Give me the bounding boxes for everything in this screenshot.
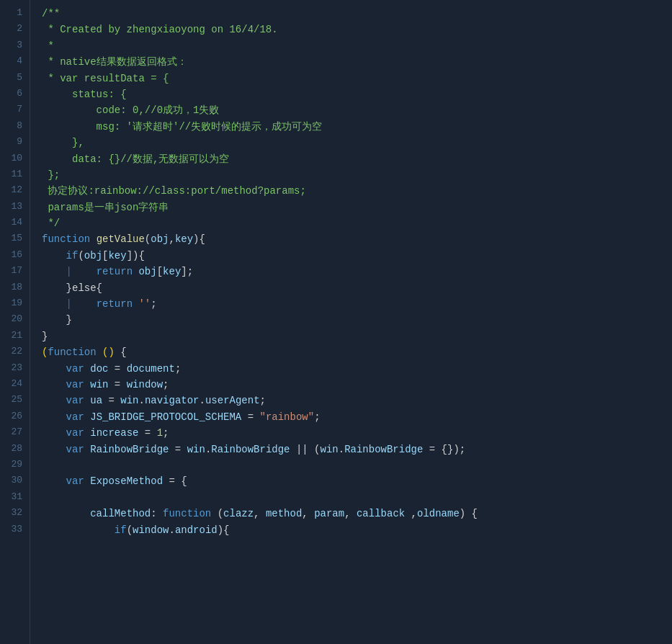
line-num-10: 10 (0, 151, 30, 167)
line-num-12: 12 (0, 183, 30, 199)
line-num-13: 13 (0, 200, 30, 215)
code-line-28: var RainbowBridge = win.RainbowBridge ||… (42, 442, 672, 457)
code-editor: 1 2 3 4 5 6 7 8 9 10 11 12 13 14 15 16 1… (0, 0, 672, 644)
code-line-20: } (42, 312, 672, 328)
line-num-11: 11 (0, 167, 30, 183)
code-line-24: var win = window; (42, 377, 672, 393)
line-num-20: 20 (0, 312, 30, 328)
code-line-19: | return ''; (42, 296, 672, 312)
code-line-29 (42, 457, 672, 473)
code-line-3: * (42, 38, 672, 54)
line-num-29: 29 (0, 457, 30, 473)
line-num-28: 28 (0, 442, 30, 457)
line-num-26: 26 (0, 409, 30, 425)
code-line-21: } (42, 328, 672, 344)
code-line-16: if(obj[key]){ (42, 248, 672, 264)
line-num-30: 30 (0, 473, 30, 489)
line-num-17: 17 (0, 264, 30, 279)
code-line-18: }else{ (42, 280, 672, 296)
code-line-30: var ExposeMethod = { (42, 473, 672, 489)
line-num-25: 25 (0, 393, 30, 408)
line-num-6: 6 (0, 86, 30, 102)
code-line-14: */ (42, 215, 672, 231)
code-line-32: callMethod: function (clazz, method, par… (42, 506, 672, 522)
line-num-3: 3 (0, 38, 30, 54)
line-num-21: 21 (0, 328, 30, 344)
line-num-8: 8 (0, 119, 30, 135)
line-num-1: 1 (0, 6, 30, 22)
code-content: /** * Created by zhengxiaoyong on 16/4/1… (30, 0, 672, 644)
line-num-15: 15 (0, 231, 30, 247)
line-num-14: 14 (0, 215, 30, 231)
line-num-24: 24 (0, 377, 30, 393)
code-line-4: * native结果数据返回格式： (42, 54, 672, 70)
line-num-4: 4 (0, 54, 30, 70)
code-line-23: var doc = document; (42, 361, 672, 377)
code-line-26: var JS_BRIDGE_PROTOCOL_SCHEMA = "rainbow… (42, 409, 672, 425)
code-line-15: function getValue(obj,key){ (42, 231, 672, 247)
code-line-10: data: {}//数据,无数据可以为空 (42, 151, 672, 167)
line-numbers: 1 2 3 4 5 6 7 8 9 10 11 12 13 14 15 16 1… (0, 0, 30, 644)
code-line-9: }, (42, 135, 672, 151)
code-line-22: (function () { (42, 344, 672, 360)
code-line-27: var increase = 1; (42, 425, 672, 441)
line-num-2: 2 (0, 22, 30, 37)
line-num-18: 18 (0, 280, 30, 296)
code-line-12: 协定协议:rainbow://class:port/method?params; (42, 183, 672, 199)
line-num-22: 22 (0, 344, 30, 360)
line-num-23: 23 (0, 361, 30, 377)
line-num-9: 9 (0, 135, 30, 151)
code-line-25: var ua = win.navigator.userAgent; (42, 393, 672, 408)
code-line-7: code: 0,//0成功，1失败 (42, 102, 672, 118)
code-line-31 (42, 490, 672, 506)
line-num-33: 33 (0, 522, 30, 538)
line-num-7: 7 (0, 102, 30, 118)
code-line-6: status: { (42, 86, 672, 102)
line-num-31: 31 (0, 490, 30, 506)
code-line-11: }; (42, 167, 672, 183)
code-line-17: | return obj[key]; (42, 264, 672, 279)
line-num-5: 5 (0, 71, 30, 86)
code-line-1: /** (42, 6, 672, 22)
line-num-32: 32 (0, 506, 30, 522)
code-line-33: if(window.android){ (42, 522, 672, 538)
code-line-5: * var resultData = { (42, 71, 672, 86)
code-line-8: msg: '请求超时'//失败时候的提示，成功可为空 (42, 119, 672, 135)
line-num-16: 16 (0, 248, 30, 264)
code-line-2: * Created by zhengxiaoyong on 16/4/18. (42, 22, 672, 37)
line-num-27: 27 (0, 425, 30, 441)
line-num-19: 19 (0, 296, 30, 312)
code-line-13: params是一串json字符串 (42, 200, 672, 215)
